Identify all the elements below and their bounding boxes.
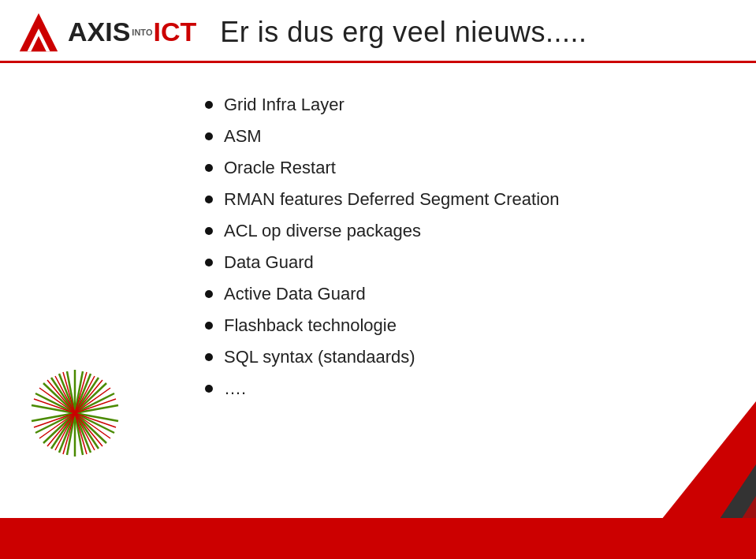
firework-decoration	[24, 362, 126, 464]
logo-into-text: INTO	[132, 28, 152, 37]
bullet-dot-icon	[205, 290, 213, 298]
bullet-text: Data Guard	[224, 252, 314, 273]
bottom-bar	[0, 518, 756, 559]
logo-axis-text: AXIS	[68, 17, 130, 47]
list-item: ACL op diverse packages	[205, 221, 693, 241]
list-item: ASM	[205, 126, 693, 147]
bullet-dot-icon	[205, 132, 213, 140]
bullet-text: Oracle Restart	[224, 158, 336, 178]
bullet-dot-icon	[205, 259, 213, 266]
bullet-dot-icon	[205, 353, 213, 361]
bullet-dot-icon	[205, 164, 213, 172]
list-item: Grid Infra Layer	[205, 95, 693, 115]
bullet-text: SQL syntax (standaards)	[224, 347, 415, 367]
bullet-text: Active Data Guard	[224, 284, 366, 304]
bullet-dot-icon	[205, 101, 213, 109]
bullet-text: Flashback technologie	[224, 315, 397, 336]
header: AXIS INTO ICT Er is dus erg veel nieuws.…	[0, 0, 756, 63]
logo-ict-text: ICT	[153, 17, 196, 47]
slide-title: Er is dus erg veel nieuws.....	[220, 16, 587, 49]
list-item: RMAN features Deferred Segment Creation	[205, 189, 693, 210]
list-item: Data Guard	[205, 252, 693, 273]
slide-body: Grid Infra LayerASMOracle RestartRMAN fe…	[0, 63, 756, 559]
bullet-text: RMAN features Deferred Segment Creation	[224, 189, 560, 210]
list-item: Oracle Restart	[205, 158, 693, 178]
bullet-text: ….	[224, 378, 246, 399]
bullet-text: ACL op diverse packages	[224, 221, 421, 241]
list-item: Flashback technologie	[205, 315, 693, 336]
bullet-dot-icon	[205, 196, 213, 203]
bullet-dot-icon	[205, 322, 213, 330]
list-item: ….	[205, 378, 693, 399]
list-item: Active Data Guard	[205, 284, 693, 304]
logo-area: AXIS INTO ICT	[16, 9, 196, 55]
bullet-text: Grid Infra Layer	[224, 95, 344, 115]
list-item: SQL syntax (standaards)	[205, 347, 693, 367]
bullet-list: Grid Infra LayerASMOracle RestartRMAN fe…	[205, 95, 693, 399]
bullet-dot-icon	[205, 385, 213, 393]
bullet-dot-icon	[205, 227, 213, 235]
logo-icon	[16, 9, 61, 55]
bullet-text: ASM	[224, 126, 262, 147]
